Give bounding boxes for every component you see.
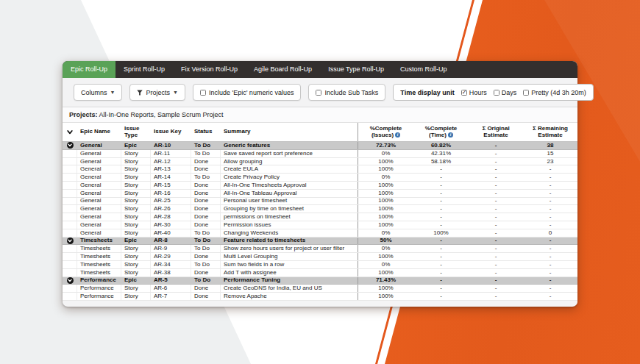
cell-summary: All-In-One Timesheets Approval [221,182,358,189]
projects-dropdown-button[interactable]: Projects ▼ [129,84,185,101]
collapse-epic-icon[interactable] [67,277,74,284]
cell-orig-estimate: - [469,213,523,221]
cell-orig-estimate: - [469,205,523,213]
toolbar: Columns ▼ Projects ▼ Include 'Epic' nume… [63,78,577,107]
table-row: PerformanceStoryAR-7DoneRemove Apache100… [63,293,577,301]
cell-issue-key: AR-8 [151,238,191,245]
cell-issue-key: AR-14 [151,174,191,181]
cell-summary: Personal user timesheet [221,198,358,205]
column-header-expander[interactable] [63,123,77,141]
cell-orig-estimate: - [469,150,523,157]
cell-epic-name: General [77,229,121,237]
cell-summary: Multi Level Grouping [221,253,358,260]
time-unit-option-pretty-4d-3h-20m[interactable]: Pretty (4d 3h 20m) [523,89,586,96]
checkbox-icon [200,90,206,96]
cell-epic-name: General [77,165,121,173]
cell-remain-estimate: - [523,198,577,205]
cell-issue-type: Story [121,198,151,205]
tab-issue-type-roll-up[interactable]: Issue Type Roll-Up [320,61,392,78]
cell-pc-time: - [413,221,469,229]
cell-orig-estimate: - [469,293,523,300]
column-header-summary: Summary [221,123,358,141]
cell-epic-name: Timesheets [77,253,121,260]
time-unit-option-hours[interactable]: Hours [461,89,487,96]
table-row: GeneralStoryAR-26DoneGrouping by time on… [63,205,577,213]
table-row: TimesheetsStoryAR-38DoneAdd T with assig… [63,269,577,277]
tab-agile-board-roll-up[interactable]: Agile Board Roll-Up [246,61,320,78]
cell-remain-estimate: - [523,238,577,245]
cell-pc-issues: 0% [358,245,413,252]
cell-summary: Changing Weekends [221,229,358,237]
cell-expander [63,245,77,252]
column-header-issue-key: Issue Key [151,123,191,141]
cell-issue-type: Story [121,293,151,300]
cell-issue-type: Story [121,150,151,157]
info-icon[interactable]: i [448,132,453,138]
cell-issue-type: Story [121,261,151,268]
cell-orig-estimate: - [469,253,523,260]
cell-pc-issues: 100% [358,293,413,300]
info-icon[interactable]: i [395,132,400,138]
table-row: GeneralStoryAR-11To DoSave saved report … [63,150,577,158]
cell-issue-key: AR-9 [151,245,191,252]
time-display-unit-group: Time display unit HoursDaysPretty (4d 3h… [393,84,593,101]
cell-remain-estimate: - [523,261,577,268]
cell-pc-time: 42.31% [413,150,469,157]
columns-dropdown-button[interactable]: Columns ▼ [74,84,122,101]
table-row: TimesheetsStoryAR-9To DoShow zero hours … [63,245,577,253]
table-row: GeneralEpicAR-10To DoGeneric features72.… [63,142,577,150]
table-row: GeneralStoryAR-30DonePermission issues10… [63,221,577,229]
time-unit-option-label: Days [502,89,517,96]
cell-expander [63,198,77,205]
table-row: GeneralStoryAR-25DonePersonal user times… [63,198,577,206]
cell-summary: Remove Apache [221,293,358,300]
include-subtasks-checkbox[interactable]: Include Sub Tasks [308,84,385,101]
cell-issue-type: Story [121,269,151,276]
table-body: GeneralEpicAR-10To DoGeneric features72.… [63,142,577,301]
cell-issue-key: AR-15 [151,182,191,189]
collapse-epic-icon[interactable] [67,142,74,149]
cell-remain-estimate: - [523,221,577,229]
cell-expander [63,285,77,292]
cell-issue-type: Epic [121,277,151,285]
include-epic-values-checkbox[interactable]: Include 'Epic' numeric values [193,84,302,101]
cell-status: To Do [191,277,221,285]
cell-expander [63,253,77,260]
time-unit-option-days[interactable]: Days [494,89,517,96]
table-row: GeneralStoryAR-14To DoCreate Privacy Pol… [63,174,577,182]
cell-summary: Create Privacy Policy [221,174,358,181]
cell-issue-key: AR-34 [151,261,191,268]
cell-epic-name: General [77,205,121,213]
tab-epic-roll-up[interactable]: Epic Roll-Up [63,61,115,78]
cell-remain-estimate: 38 [523,142,577,149]
table-row: TimesheetsStoryAR-34To DoSum two fields … [63,261,577,269]
cell-status: Done [191,190,221,197]
cell-remain-estimate: - [523,213,577,221]
cell-pc-time: 60.82% [413,142,469,149]
cell-orig-estimate: - [469,285,523,292]
cell-issue-key: AR-30 [151,221,191,229]
cell-issue-type: Story [121,165,151,173]
cell-pc-issues: 100% [358,205,413,213]
table-row: GeneralStoryAR-40To DoChanging Weekends0… [63,229,577,238]
cell-expander [63,269,77,276]
cell-epic-name: Performance [77,293,121,300]
tab-custom-roll-up[interactable]: Custom Roll-Up [392,61,455,78]
cell-expander [63,165,77,173]
cell-pc-time: - [413,285,469,292]
tab-sprint-roll-up[interactable]: Sprint Roll-Up [115,61,173,78]
chevron-down-icon [67,130,73,135]
cell-pc-issues: 100% [358,269,413,276]
table-row: GeneralStoryAR-15DoneAll-In-One Timeshee… [63,182,577,190]
collapse-epic-icon[interactable] [67,238,74,244]
cell-epic-name: Performance [77,277,121,285]
cell-expander [63,293,77,300]
cell-orig-estimate: - [469,142,523,149]
cell-pc-time: - [413,253,469,260]
include-subtasks-label: Include Sub Tasks [324,89,378,96]
cell-orig-estimate: - [469,158,523,165]
cell-epic-name: General [77,174,121,181]
time-display-unit-label: Time display unit [400,89,454,96]
tab-fix-version-roll-up[interactable]: Fix Version Roll-Up [173,61,246,78]
cell-expander [63,229,77,237]
